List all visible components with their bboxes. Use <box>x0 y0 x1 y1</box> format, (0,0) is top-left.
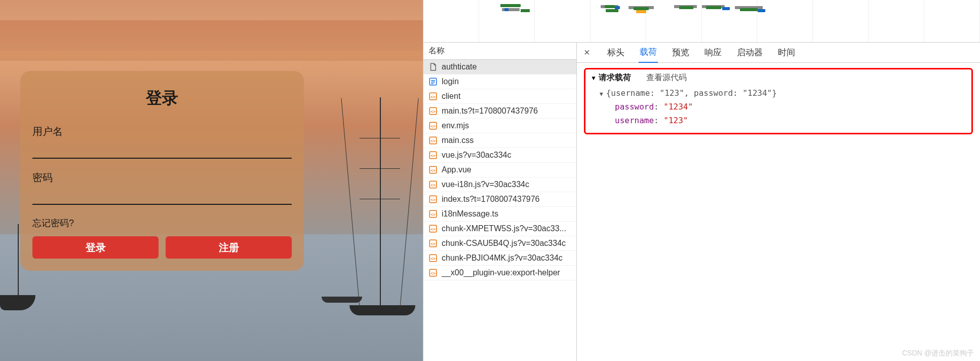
request-row[interactable]: <>chunk-CSAU5B4Q.js?v=30ac334c <box>423 236 576 251</box>
svg-text:<>: <> <box>430 197 436 202</box>
svg-text:<>: <> <box>430 138 436 143</box>
login-title: 登录 <box>32 87 292 110</box>
request-row[interactable]: <>main.ts?t=1708007437976 <box>423 104 576 119</box>
watermark: CSDN @进击的菜狗子 <box>902 349 974 358</box>
request-name: main.ts?t=1708007437976 <box>442 106 538 116</box>
boat-mast-decoration <box>18 224 19 295</box>
request-row[interactable]: <>vue.js?v=30ac334c <box>423 148 576 163</box>
password-label: 密码 <box>32 171 292 185</box>
html-icon <box>428 77 438 86</box>
script-icon: <> <box>428 209 438 219</box>
script-icon: <> <box>428 195 438 204</box>
payload-json: ▼{username: "123", password: "1234"} pas… <box>591 86 966 128</box>
script-icon: <> <box>428 224 438 233</box>
login-page: 登录 用户名 密码 忘记密码? 登录 注册 <box>0 0 423 361</box>
script-icon: <> <box>428 254 438 263</box>
request-row[interactable]: <>index.ts?t=1708007437976 <box>423 192 576 207</box>
request-name: i18nMessage.ts <box>442 209 498 219</box>
request-name: chunk-XMPETW5S.js?v=30ac33... <box>442 224 566 233</box>
json-summary-row[interactable]: ▼{username: "123", password: "1234"} <box>600 86 966 100</box>
svg-text:<>: <> <box>430 256 436 261</box>
close-icon[interactable]: × <box>581 47 593 58</box>
json-property: username: "123" <box>600 114 966 127</box>
request-row[interactable]: <>chunk-PBJIO4MK.js?v=30ac334c <box>423 251 576 266</box>
script-icon: <> <box>428 180 438 189</box>
forgot-password-link[interactable]: 忘记密码? <box>32 217 292 229</box>
svg-text:<>: <> <box>430 212 436 217</box>
login-button[interactable]: 登录 <box>32 236 159 259</box>
tab-payload[interactable]: 载荷 <box>639 43 658 63</box>
caret-down-icon[interactable]: ▼ <box>591 75 597 82</box>
detail-tabs: × 标头 载荷 预览 响应 启动器 时间 <box>577 43 980 63</box>
request-name: client <box>442 92 460 101</box>
request-row[interactable]: <>App.vue <box>423 163 576 177</box>
payload-section-title[interactable]: ▼请求载荷 <box>591 73 631 83</box>
request-row[interactable]: login <box>423 75 576 89</box>
request-row[interactable]: <>vue-i18n.js?v=30ac334c <box>423 177 576 192</box>
network-waterfall[interactable] <box>423 0 980 43</box>
payload-highlight: ▼请求载荷 查看源代码 ▼{username: "123", password:… <box>584 68 973 134</box>
request-row[interactable]: authticate <box>423 60 576 75</box>
request-row[interactable]: <>chunk-XMPETW5S.js?v=30ac33... <box>423 222 576 236</box>
script-icon: <> <box>428 151 438 160</box>
script-icon: <> <box>428 165 438 174</box>
password-input[interactable] <box>32 187 292 205</box>
request-list-items: authticatelogin<>client<>main.ts?t=17080… <box>423 60 576 361</box>
request-row[interactable]: <>client <box>423 89 576 104</box>
request-name: chunk-CSAU5B4Q.js?v=30ac334c <box>442 239 566 248</box>
button-row: 登录 注册 <box>32 236 292 259</box>
tab-initiator[interactable]: 启动器 <box>736 43 764 62</box>
script-icon: <> <box>428 239 438 248</box>
caret-down-icon[interactable]: ▼ <box>600 90 603 99</box>
register-button[interactable]: 注册 <box>166 236 292 259</box>
boat-decoration <box>322 297 362 303</box>
request-row[interactable]: <>__x00__plugin-vue:export-helper <box>423 266 576 280</box>
username-label: 用户名 <box>32 125 292 138</box>
svg-text:<>: <> <box>430 271 436 276</box>
request-row[interactable]: <>main.css <box>423 133 576 148</box>
username-input[interactable] <box>32 140 292 159</box>
payload-content: ▼请求载荷 查看源代码 ▼{username: "123", password:… <box>577 63 980 139</box>
request-name: login <box>442 77 459 86</box>
tab-timing[interactable]: 时间 <box>777 43 796 62</box>
script-icon: <> <box>428 92 438 101</box>
network-request-list: 名称 authticatelogin<>client<>main.ts?t=17… <box>423 43 577 361</box>
svg-text:<>: <> <box>430 183 436 188</box>
request-name: authticate <box>442 62 477 71</box>
json-property: password: "1234" <box>600 100 966 114</box>
document-icon <box>428 62 438 71</box>
view-source-link[interactable]: 查看源代码 <box>646 73 687 83</box>
request-name: __x00__plugin-vue:export-helper <box>442 268 560 277</box>
svg-text:<>: <> <box>430 227 436 232</box>
request-detail-pane: × 标头 载荷 预览 响应 启动器 时间 ▼请求载荷 查看源代码 ▼{usern… <box>577 43 980 361</box>
svg-text:<>: <> <box>430 124 436 129</box>
request-name: main.css <box>442 136 474 145</box>
request-name: App.vue <box>442 165 472 174</box>
request-list-header[interactable]: 名称 <box>423 43 576 60</box>
request-row[interactable]: <>i18nMessage.ts <box>423 207 576 222</box>
request-name: env.mjs <box>442 121 469 130</box>
svg-text:<>: <> <box>430 241 436 246</box>
tab-response[interactable]: 响应 <box>703 43 723 62</box>
tab-headers[interactable]: 标头 <box>606 43 625 62</box>
svg-text:<>: <> <box>430 153 436 158</box>
request-name: vue-i18n.js?v=30ac334c <box>442 180 529 189</box>
svg-text:<>: <> <box>430 94 436 99</box>
script-icon: <> <box>428 106 438 116</box>
request-name: index.ts?t=1708007437976 <box>442 195 540 204</box>
request-name: vue.js?v=30ac334c <box>442 151 511 160</box>
svg-text:<>: <> <box>430 168 436 173</box>
login-card: 登录 用户名 密码 忘记密码? 登录 注册 <box>20 71 304 271</box>
devtools-panel: 名称 authticatelogin<>client<>main.ts?t=17… <box>423 0 980 361</box>
request-name: chunk-PBJIO4MK.js?v=30ac334c <box>442 254 563 263</box>
svg-text:<>: <> <box>430 109 436 114</box>
tab-preview[interactable]: 预览 <box>671 43 690 62</box>
script-icon: <> <box>428 121 438 130</box>
script-icon: <> <box>428 136 438 145</box>
request-row[interactable]: <>env.mjs <box>423 119 576 133</box>
mast-decoration <box>380 97 381 310</box>
script-icon: <> <box>428 268 438 277</box>
